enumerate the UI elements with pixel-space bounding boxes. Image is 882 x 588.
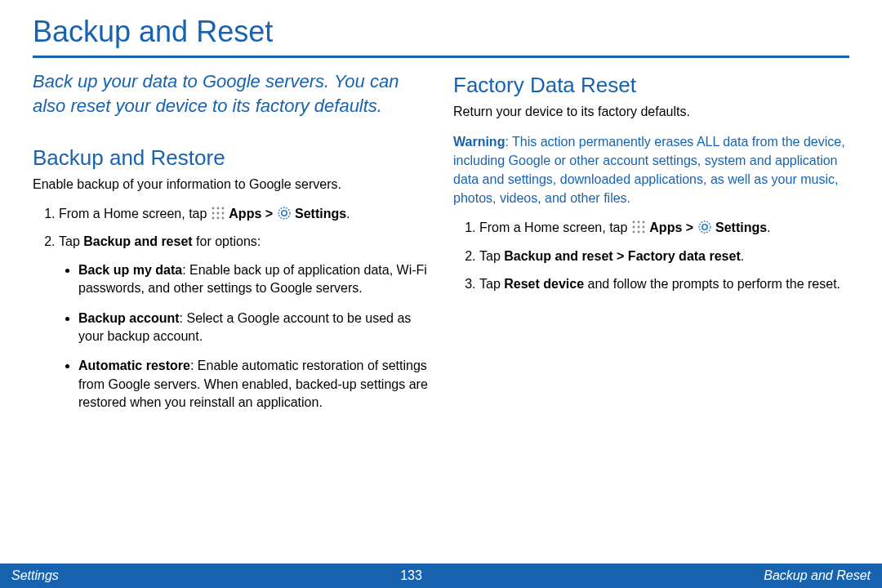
svg-point-15 bbox=[637, 226, 639, 229]
settings-icon bbox=[277, 206, 292, 220]
svg-point-21 bbox=[702, 225, 706, 229]
list-item: Backup account: Select a Google account … bbox=[78, 310, 429, 346]
svg-point-19 bbox=[642, 231, 644, 234]
step-item: From a Home screen, tap Apps > Settings. bbox=[59, 205, 429, 223]
step-bold: Reset device bbox=[504, 277, 584, 291]
warning-body: : This action permanently erases ALL dat… bbox=[453, 135, 845, 206]
svg-point-18 bbox=[637, 231, 639, 234]
factory-steps: From a Home screen, tap Apps > Settings.… bbox=[453, 219, 849, 293]
svg-point-14 bbox=[632, 226, 635, 229]
backup-steps: From a Home screen, tap Apps > Settings.… bbox=[33, 205, 429, 412]
step-text: and follow the prompts to perform the re… bbox=[584, 277, 840, 291]
settings-label: Settings bbox=[715, 220, 767, 234]
settings-label: Settings bbox=[295, 207, 346, 220]
step-text: From a Home screen, tap bbox=[479, 220, 631, 234]
svg-point-12 bbox=[637, 221, 639, 224]
svg-point-6 bbox=[212, 217, 214, 220]
step-text: Tap bbox=[479, 277, 504, 291]
svg-point-1 bbox=[216, 207, 219, 210]
step-text: for options: bbox=[193, 234, 261, 248]
footer-left: Settings bbox=[11, 568, 59, 583]
warning-text: Warning: This action permanently erases … bbox=[453, 132, 849, 208]
svg-point-5 bbox=[221, 212, 224, 215]
list-item: Automatic restore: Enable automatic rest… bbox=[78, 357, 429, 412]
option-title: Backup account bbox=[78, 311, 180, 325]
step-bold: Backup and reset > Factory data reset bbox=[504, 249, 740, 263]
intro-text: Back up your data to Google servers. You… bbox=[33, 69, 429, 118]
footer-right: Backup and Reset bbox=[764, 568, 871, 583]
svg-point-10 bbox=[281, 211, 286, 216]
svg-point-17 bbox=[632, 231, 635, 234]
step-bold: Backup and reset bbox=[83, 234, 192, 248]
svg-point-4 bbox=[216, 212, 219, 215]
page-footer: Settings 133 Backup and Reset bbox=[0, 564, 882, 588]
svg-point-8 bbox=[221, 217, 224, 220]
backup-options: Back up my data: Enable back up of appli… bbox=[59, 261, 429, 412]
footer-page-number: 133 bbox=[400, 568, 422, 583]
step-item: From a Home screen, tap Apps > Settings. bbox=[479, 219, 849, 237]
list-item: Back up my data: Enable back up of appli… bbox=[78, 261, 429, 298]
backup-restore-sub: Enable backup of your information to Goo… bbox=[33, 176, 429, 194]
svg-point-16 bbox=[642, 226, 644, 229]
separator: > bbox=[682, 220, 697, 234]
step-item: Tap Backup and reset for options: Back u… bbox=[59, 233, 429, 412]
separator: > bbox=[261, 207, 276, 220]
left-column: Back up your data to Google servers. You… bbox=[33, 69, 429, 423]
apps-label: Apps bbox=[649, 220, 682, 234]
backup-restore-heading: Backup and Restore bbox=[33, 145, 429, 171]
settings-icon bbox=[697, 220, 712, 234]
step-text: Tap bbox=[59, 234, 83, 248]
svg-point-2 bbox=[221, 207, 224, 210]
step-text: From a Home screen, tap bbox=[59, 207, 211, 220]
svg-point-3 bbox=[212, 212, 214, 215]
step-text: Tap bbox=[479, 249, 504, 263]
apps-icon bbox=[631, 220, 646, 234]
option-title: Back up my data bbox=[78, 263, 182, 277]
svg-point-11 bbox=[632, 221, 635, 224]
svg-point-20 bbox=[699, 221, 710, 233]
step-item: Tap Reset device and follow the prompts … bbox=[479, 275, 849, 293]
svg-point-7 bbox=[216, 217, 219, 220]
svg-point-13 bbox=[642, 221, 644, 224]
page-title: Backup and Reset bbox=[33, 15, 849, 58]
option-title: Automatic restore bbox=[78, 359, 190, 372]
svg-point-0 bbox=[212, 207, 214, 210]
apps-label: Apps bbox=[229, 207, 261, 220]
right-column: Factory Data Reset Return your device to… bbox=[453, 69, 849, 423]
factory-reset-heading: Factory Data Reset bbox=[453, 73, 849, 98]
svg-point-9 bbox=[278, 207, 290, 219]
factory-reset-sub: Return your device to its factory defaul… bbox=[453, 103, 849, 121]
step-item: Tap Backup and reset > Factory data rese… bbox=[479, 247, 849, 265]
apps-icon bbox=[211, 206, 225, 220]
warning-label: Warning bbox=[453, 135, 505, 149]
